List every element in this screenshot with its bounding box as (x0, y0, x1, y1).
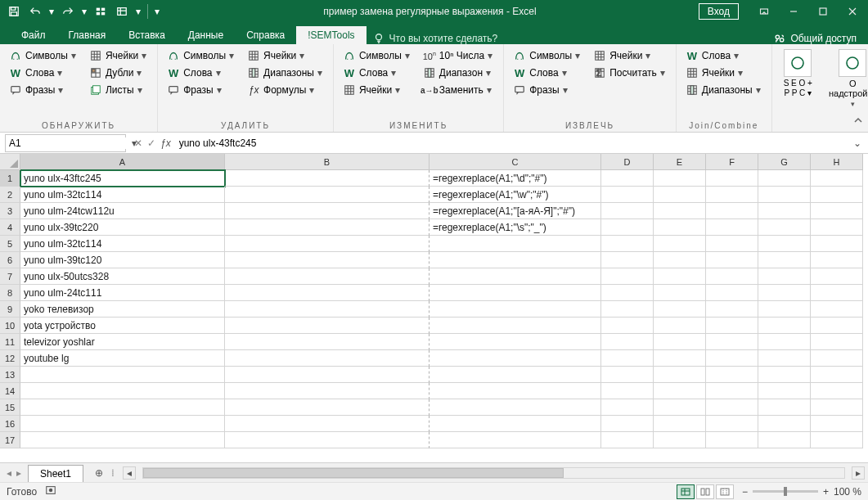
cell-D15[interactable] (601, 399, 654, 416)
cell-B14[interactable] (225, 383, 430, 399)
cell-C5[interactable] (430, 236, 601, 252)
login-button[interactable]: Вход (699, 3, 739, 20)
cell-E16[interactable] (654, 416, 706, 432)
cell-F15[interactable] (706, 399, 758, 416)
row-header-1[interactable]: 1 (0, 170, 20, 187)
cell-A6[interactable]: yuno ulm-39tc120 (20, 252, 225, 268)
row-header-3[interactable]: 3 (0, 203, 20, 219)
hscroll-thumb[interactable] (143, 468, 564, 478)
cell-C4[interactable]: =regexreplace(A1;"\s";"_") (430, 219, 601, 236)
col-header-B[interactable]: B (225, 154, 430, 170)
cell-E1[interactable] (654, 170, 706, 187)
cell-B5[interactable] (225, 236, 430, 252)
hscroll-track[interactable] (142, 467, 845, 479)
cell-D3[interactable] (601, 203, 654, 219)
cell-A5[interactable]: yuno ulm-32tc114 (20, 236, 225, 252)
cell-B9[interactable] (225, 301, 430, 318)
cell-H13[interactable] (811, 367, 863, 383)
cell-H16[interactable] (811, 416, 863, 432)
cell-A3[interactable]: yuno ulm-24tcw112u (20, 203, 225, 219)
row-header-10[interactable]: 10 (0, 318, 20, 334)
cell-B6[interactable] (225, 252, 430, 268)
cell-D10[interactable] (601, 318, 654, 334)
cell-G12[interactable] (758, 350, 811, 367)
zoom-slider[interactable] (753, 490, 818, 493)
add-sheet-icon[interactable]: ⊕ (90, 464, 108, 482)
cell-H9[interactable] (811, 301, 863, 318)
ribbon-btn-посчитать[interactable]: ΣПосчитать▾ (591, 65, 669, 81)
cell-F4[interactable] (706, 219, 758, 236)
cell-E10[interactable] (654, 318, 706, 334)
cell-D12[interactable] (601, 350, 654, 367)
cell-D7[interactable] (601, 268, 654, 285)
cell-A11[interactable]: televizor yoshlar (20, 334, 225, 350)
ribbon-btn-слова[interactable]: WСлова▾ (164, 65, 238, 81)
redo-icon[interactable] (59, 2, 77, 20)
undo-dropdown-icon[interactable]: ▾ (47, 2, 56, 20)
cell-F8[interactable] (706, 285, 758, 301)
row-header-2[interactable]: 2 (0, 187, 20, 203)
ribbon-btn-символы[interactable]: Символы▾ (510, 47, 584, 64)
maximize-icon[interactable] (809, 2, 837, 20)
cell-H15[interactable] (811, 399, 863, 416)
cell-B17[interactable] (225, 432, 430, 448)
row-header-17[interactable]: 17 (0, 432, 20, 448)
cell-C12[interactable] (430, 350, 601, 367)
sheet-tab-sheet1[interactable]: Sheet1 (28, 465, 83, 482)
cell-D11[interactable] (601, 334, 654, 350)
cell-H5[interactable] (811, 236, 863, 252)
cell-A9[interactable]: yoko телевизор (20, 301, 225, 318)
qat-custom2-dropdown-icon[interactable]: ▾ (134, 2, 142, 20)
ribbon-btn-10ⁿ числа[interactable]: 10n10ⁿ Числа▾ (421, 47, 497, 64)
cell-C11[interactable] (430, 334, 601, 350)
cell-D5[interactable] (601, 236, 654, 252)
cell-D2[interactable] (601, 187, 654, 203)
cell-H11[interactable] (811, 334, 863, 350)
enter-formula-icon[interactable]: ✓ (147, 137, 155, 149)
cell-A10[interactable]: yota устройство (20, 318, 225, 334)
cell-H8[interactable] (811, 285, 863, 301)
name-box[interactable]: ▾ (5, 134, 126, 152)
spreadsheet-grid[interactable]: ABCDEFGH1yuno ulx-43ftc245=regexreplace(… (0, 154, 868, 466)
cell-F3[interactable] (706, 203, 758, 219)
cell-G6[interactable] (758, 252, 811, 268)
cell-C7[interactable] (430, 268, 601, 285)
share-button[interactable]: Общий доступ (774, 33, 857, 44)
col-header-A[interactable]: A (20, 154, 225, 170)
cell-G5[interactable] (758, 236, 811, 252)
row-header-7[interactable]: 7 (0, 268, 20, 285)
cell-E12[interactable] (654, 350, 706, 367)
cell-F13[interactable] (706, 367, 758, 383)
cell-E11[interactable] (654, 334, 706, 350)
tab-вставка[interactable]: Вставка (117, 26, 177, 44)
zoom-thumb[interactable] (784, 487, 787, 496)
cell-C15[interactable] (430, 399, 601, 416)
cell-H2[interactable] (811, 187, 863, 203)
cell-F5[interactable] (706, 236, 758, 252)
qat-custom2-icon[interactable] (113, 2, 131, 20)
cell-G7[interactable] (758, 268, 811, 285)
formula-input[interactable] (176, 136, 847, 151)
cell-E5[interactable] (654, 236, 706, 252)
ribbon-btn-символы[interactable]: Символы▾ (164, 47, 238, 64)
cell-H3[interactable] (811, 203, 863, 219)
cell-F16[interactable] (706, 416, 758, 432)
ribbon-options-icon[interactable] (750, 2, 778, 20)
cell-B3[interactable] (225, 203, 430, 219)
cell-B2[interactable] (225, 187, 430, 203)
ribbon-btn-заменить[interactable]: a→bЗаменить▾ (421, 82, 497, 98)
seo-ppc-button[interactable]: S E O + P P C ▾ (779, 47, 817, 119)
cell-E3[interactable] (654, 203, 706, 219)
row-header-14[interactable]: 14 (0, 383, 20, 399)
ribbon-btn-фразы[interactable]: Фразы▾ (7, 82, 80, 98)
cell-B1[interactable] (225, 170, 430, 187)
cell-D6[interactable] (601, 252, 654, 268)
cell-G14[interactable] (758, 383, 811, 399)
ribbon-btn-листы[interactable]: Листы▾ (87, 82, 151, 98)
ribbon-btn-ячейки[interactable]: Ячейки▾ (245, 47, 326, 64)
minimize-icon[interactable] (780, 2, 807, 20)
view-page-layout-icon[interactable] (696, 484, 714, 499)
cell-D16[interactable] (601, 416, 654, 432)
cell-G3[interactable] (758, 203, 811, 219)
cell-E7[interactable] (654, 268, 706, 285)
